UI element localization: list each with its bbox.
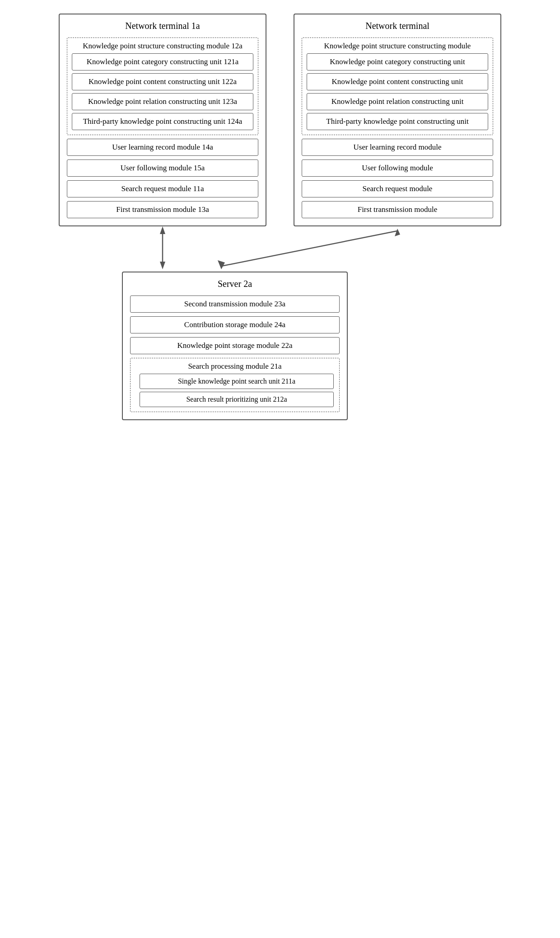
left-unit-1: Knowledge point category constructing un… bbox=[72, 53, 253, 70]
search-processing-group: Search processing module 21a Single know… bbox=[130, 358, 340, 412]
right-module-2: User following module bbox=[302, 159, 493, 177]
svg-line-3 bbox=[221, 231, 397, 266]
diagram-container: Network terminal 1a Knowledge point stru… bbox=[18, 14, 542, 420]
right-unit-2: Knowledge point content constructing uni… bbox=[307, 73, 488, 90]
right-module-3: Search request module bbox=[302, 180, 493, 197]
server-module-1: Second transmission module 23a bbox=[130, 295, 340, 313]
server-box: Server 2a Second transmission module 23a… bbox=[122, 272, 348, 420]
search-processing-title: Search processing module 21a bbox=[135, 362, 335, 371]
right-module-1: User learning record module bbox=[302, 139, 493, 156]
server-title: Server 2a bbox=[130, 279, 340, 289]
right-unit-1: Knowledge point category constructing un… bbox=[307, 53, 488, 70]
search-unit-2: Search result prioritizing unit 212a bbox=[140, 392, 334, 407]
left-structure-group: Knowledge point structure constructing m… bbox=[67, 38, 258, 135]
svg-marker-5 bbox=[395, 229, 400, 236]
left-module-4: First transmission module 13a bbox=[67, 201, 258, 218]
right-structure-group-title: Knowledge point structure constructing m… bbox=[307, 42, 488, 51]
server-module-3: Knowledge point storage module 22a bbox=[130, 337, 340, 354]
server-module-2: Contribution storage module 24a bbox=[130, 316, 340, 333]
left-structure-group-title: Knowledge point structure constructing m… bbox=[72, 42, 253, 51]
left-unit-2: Knowledge point content constructing uni… bbox=[72, 73, 253, 90]
right-module-4: First transmission module bbox=[302, 201, 493, 218]
left-module-3: Search request module 11a bbox=[67, 180, 258, 197]
left-terminal-title: Network terminal 1a bbox=[67, 21, 258, 31]
arrows-section bbox=[59, 226, 501, 272]
left-unit-3: Knowledge point relation constructing un… bbox=[72, 93, 253, 110]
right-structure-group: Knowledge point structure constructing m… bbox=[302, 38, 493, 135]
top-row: Network terminal 1a Knowledge point stru… bbox=[18, 14, 542, 226]
right-unit-4: Third-party knowledge point constructing… bbox=[307, 113, 488, 130]
search-unit-1: Single knowledge point search unit 211a bbox=[140, 374, 334, 389]
right-terminal-box: Network terminal Knowledge point structu… bbox=[294, 14, 501, 226]
right-unit-3: Knowledge point relation constructing un… bbox=[307, 93, 488, 110]
right-terminal-title: Network terminal bbox=[302, 21, 493, 31]
svg-marker-2 bbox=[160, 226, 165, 234]
left-module-2: User following module 15a bbox=[67, 159, 258, 177]
svg-marker-4 bbox=[218, 260, 225, 269]
left-module-1: User learning record module 14a bbox=[67, 139, 258, 156]
arrows-svg bbox=[59, 226, 501, 272]
svg-marker-1 bbox=[160, 262, 165, 269]
left-terminal-box: Network terminal 1a Knowledge point stru… bbox=[59, 14, 266, 226]
left-unit-4: Third-party knowledge point constructing… bbox=[72, 113, 253, 130]
